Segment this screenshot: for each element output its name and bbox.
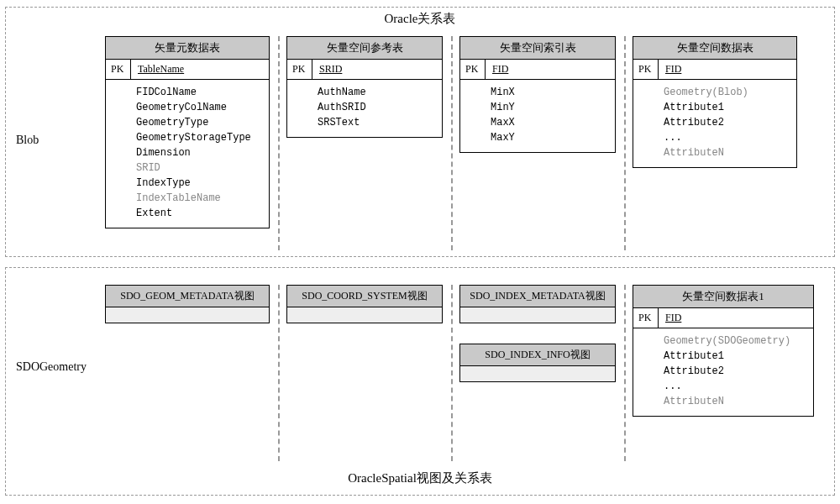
col-view-coord: SDO_COORD_SYSTEM视图 [278, 285, 451, 461]
table-metadata: 矢量元数据表 PK TableName FIDColName GeometryC… [105, 36, 270, 228]
table-title: 矢量元数据表 [106, 37, 269, 60]
table-body: MinX MinY MaxX MaxY [460, 80, 615, 152]
pk-value: FID [486, 60, 615, 79]
view-title: SDO_INDEX_INFO视图 [460, 344, 615, 366]
pk-value: SRID [312, 60, 442, 79]
pk-label: PK [633, 60, 659, 79]
table-body: AuthName AuthSRID SRSText [287, 80, 442, 137]
col-srs: 矢量空间参考表 PK SRID AuthName AuthSRID SRSTex… [278, 36, 451, 250]
table-title: 矢量空间参考表 [287, 37, 442, 60]
view-body [287, 307, 442, 323]
table-title: 矢量空间数据表 [633, 37, 796, 60]
table-data: 矢量空间数据表 PK FID Geometry(Blob) Attribute1… [633, 36, 797, 168]
table-body: FIDColName GeometryColName GeometryType … [106, 80, 269, 228]
table-data-sdo: 矢量空间数据表1 PK FID Geometry(SDOGeometry) At… [633, 285, 814, 417]
top-section: Oracle关系表 Blob 矢量元数据表 PK TableName FIDCo… [5, 7, 835, 257]
view-coord-system: SDO_COORD_SYSTEM视图 [286, 285, 443, 323]
view-index-info: SDO_INDEX_INFO视图 [459, 344, 616, 382]
table-srs: 矢量空间参考表 PK SRID AuthName AuthSRID SRSTex… [286, 36, 443, 138]
view-body [460, 366, 615, 381]
view-index-metadata: SDO_INDEX_METADATA视图 [459, 285, 616, 323]
top-title: Oracle关系表 [6, 8, 834, 30]
table-title: 矢量空间数据表1 [633, 286, 813, 308]
col-metadata: 矢量元数据表 PK TableName FIDColName GeometryC… [97, 36, 278, 250]
pk-label: PK [460, 60, 486, 79]
table-title: 矢量空间索引表 [460, 37, 615, 60]
view-geom-metadata: SDO_GEOM_METADATA视图 [105, 285, 270, 323]
table-body: Geometry(Blob) Attribute1 Attribute2 ...… [633, 80, 796, 167]
top-side-label: Blob [16, 134, 39, 147]
col-index: 矢量空间索引表 PK FID MinX MinY MaxX MaxY [451, 36, 624, 250]
pk-value: FID [659, 60, 796, 79]
col-data-sdo: 矢量空间数据表1 PK FID Geometry(SDOGeometry) At… [624, 285, 814, 461]
bot-title: OracleSpatial视图及关系表 [6, 467, 834, 490]
col-view-geom: SDO_GEOM_METADATA视图 [97, 285, 278, 461]
pk-label: PK [287, 60, 312, 79]
pk-label: PK [633, 308, 659, 328]
view-title: SDO_COORD_SYSTEM视图 [287, 286, 442, 307]
view-title: SDO_INDEX_METADATA视图 [460, 286, 615, 307]
col-view-index: SDO_INDEX_METADATA视图 SDO_INDEX_INFO视图 [451, 285, 624, 461]
pk-value: TableName [131, 60, 269, 79]
col-data: 矢量空间数据表 PK FID Geometry(Blob) Attribute1… [624, 36, 806, 250]
table-body: Geometry(SDOGeometry) Attribute1 Attribu… [633, 328, 813, 416]
table-index: 矢量空间索引表 PK FID MinX MinY MaxX MaxY [459, 36, 616, 153]
view-title: SDO_GEOM_METADATA视图 [106, 286, 269, 307]
pk-value: FID [659, 308, 813, 328]
pk-label: PK [106, 60, 131, 79]
bot-side-label: SDOGeometry [16, 360, 87, 374]
view-body [106, 307, 269, 323]
view-body [460, 307, 615, 323]
bot-section: SDOGeometry SDO_GEOM_METADATA视图 SDO_COOR… [5, 267, 835, 496]
